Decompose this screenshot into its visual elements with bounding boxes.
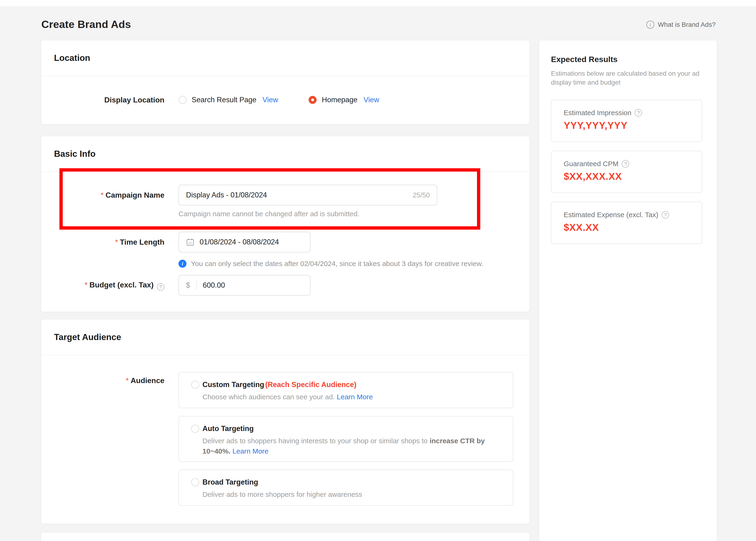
target-audience-header: Target Audience (41, 319, 529, 355)
budget-value: 600.00 (203, 281, 225, 289)
budget-row: *Budget (excl. Tax)? $ 600.00 (41, 275, 529, 295)
option-broad-targeting[interactable]: Broad Targeting Deliver ads to more shop… (178, 470, 513, 506)
campaign-name-label: *Campaign Name (54, 190, 164, 200)
auto-targeting-title: Auto Targeting (202, 424, 254, 433)
date-note: i You can only select the dates after 02… (178, 260, 529, 268)
basic-info-section: Basic Info *Campaign Name Display Ads - … (41, 136, 529, 311)
custom-targeting-title: Custom Targeting (202, 380, 264, 389)
target-audience-section: Target Audience *Audience Custom Targeti… (41, 319, 529, 524)
date-note-text: You can only select the dates after 02/0… (191, 260, 483, 268)
custom-targeting-desc: Choose which audiences can see your ad. … (202, 392, 502, 402)
radio-unselected-icon[interactable] (191, 478, 199, 486)
question-icon[interactable]: ? (622, 160, 629, 168)
option-auto-targeting[interactable]: Auto Targeting Deliver ads to shoppers h… (178, 416, 513, 462)
expected-results-header: Expected Results (551, 55, 702, 64)
learn-more-link[interactable]: Learn More (337, 393, 373, 401)
time-length-label: *Time Length (54, 238, 164, 247)
next-section-card (41, 533, 529, 541)
required-asterisk: * (115, 238, 118, 246)
view-search-result-link[interactable]: View (263, 96, 278, 104)
budget-label: *Budget (excl. Tax)? (54, 280, 164, 291)
required-asterisk: * (85, 280, 87, 289)
question-icon[interactable]: ? (661, 211, 669, 219)
campaign-name-row: *Campaign Name Display Ads - 01/08/2024 … (41, 185, 529, 206)
estimated-expense-card: Estimated Expense (excl. Tax)? $XX.XX (551, 202, 702, 244)
estimated-impression-value: YYY,YYY,YYY (564, 120, 702, 131)
radio-selected-icon[interactable] (309, 96, 317, 104)
audience-label: *Audience (54, 372, 164, 385)
currency-symbol: $ (186, 281, 190, 289)
question-icon[interactable]: ? (634, 109, 642, 117)
campaign-name-input[interactable]: Display Ads - 01/08/2024 25/50 (178, 185, 437, 206)
radio-search-result-page[interactable]: Search Result Page View (178, 96, 278, 104)
radio-unselected-icon[interactable] (191, 425, 199, 433)
required-asterisk: * (126, 376, 129, 385)
required-asterisk: * (101, 191, 104, 199)
homepage-label: Homepage (322, 96, 358, 104)
char-counter: 25/50 (413, 191, 430, 199)
broad-targeting-title: Broad Targeting (202, 478, 258, 486)
radio-unselected-icon[interactable] (178, 96, 186, 104)
radio-homepage[interactable]: Homepage View (309, 96, 379, 104)
display-location-label: Display Location (54, 95, 164, 105)
campaign-name-helper: Campaign name cannot be changed after ad… (178, 210, 529, 218)
info-filled-icon: i (178, 260, 186, 268)
radio-unselected-icon[interactable] (191, 381, 199, 389)
budget-input[interactable]: $ 600.00 (178, 275, 311, 295)
expected-results-panel: Expected Results Estimations below are c… (539, 40, 717, 541)
display-location-row: Display Location Search Result Page View… (41, 95, 379, 105)
calendar-icon (186, 238, 194, 246)
estimated-impression-card: Estimated Impression? YYY,YYY,YYY (551, 100, 702, 142)
expected-results-desc: Estimations below are calculated based o… (551, 69, 702, 87)
guaranteed-cpm-label: Guaranteed CPM? (564, 160, 702, 168)
auto-targeting-desc: Deliver ads to shoppers having interests… (202, 436, 502, 456)
estimated-expense-label: Estimated Expense (excl. Tax)? (564, 211, 702, 219)
view-homepage-link[interactable]: View (364, 96, 379, 104)
guaranteed-cpm-value: $XX,XXX.XX (564, 171, 702, 182)
what-is-brand-ads-link[interactable]: i What is Brand Ads? (646, 21, 716, 29)
input-divider (196, 280, 197, 290)
broad-targeting-desc: Deliver ads to more shoppers for higher … (202, 489, 502, 500)
estimated-expense-value: $XX.XX (564, 222, 702, 233)
custom-targeting-extra: (Reach Specific Audience) (265, 380, 356, 389)
search-result-page-label: Search Result Page (192, 96, 256, 104)
option-custom-targeting[interactable]: Custom Targeting (Reach Specific Audienc… (178, 372, 513, 408)
estimated-impression-label: Estimated Impression? (564, 109, 702, 117)
info-icon: i (646, 21, 654, 29)
help-link-label: What is Brand Ads? (658, 21, 716, 28)
page-title: Create Brand Ads (41, 18, 131, 31)
location-header: Location (41, 40, 529, 76)
campaign-name-value: Display Ads - 01/08/2024 (186, 191, 267, 199)
learn-more-link[interactable]: Learn More (232, 447, 268, 455)
date-range-picker[interactable]: 01/08/2024 - 08/08/2024 (178, 232, 311, 253)
audience-row: *Audience Custom Targeting (Reach Specif… (41, 372, 529, 506)
location-section: Location Display Location Search Result … (41, 40, 529, 124)
time-length-row: *Time Length 01/08/2024 - 08/08/2024 (41, 232, 529, 253)
basic-info-header: Basic Info (41, 136, 529, 172)
guaranteed-cpm-card: Guaranteed CPM? $XX,XXX.XX (551, 151, 702, 193)
main-column: Location Display Location Search Result … (41, 40, 529, 541)
question-icon[interactable]: ? (157, 283, 164, 291)
date-range-value: 01/08/2024 - 08/08/2024 (200, 238, 279, 246)
